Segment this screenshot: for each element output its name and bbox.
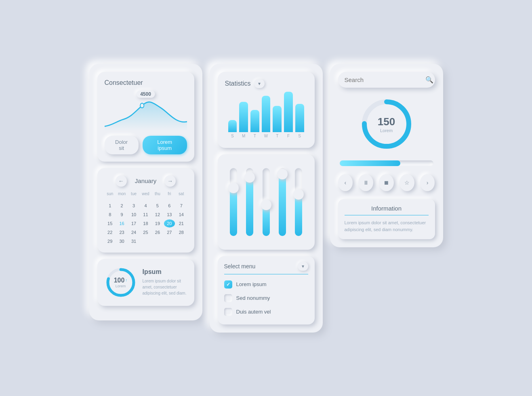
cal-day[interactable]: 30 [116, 237, 127, 245]
cal-prev-button[interactable]: ← [116, 175, 127, 187]
cal-day[interactable]: 25 [140, 228, 151, 236]
bar-col: S [228, 120, 237, 138]
cal-day [140, 198, 151, 201]
cal-day[interactable]: 13 [164, 211, 175, 219]
cal-day[interactable]: 6 [164, 202, 175, 210]
large-gauge-center: 150 Lorem [378, 115, 395, 133]
cal-day[interactable]: 23 [116, 228, 127, 236]
menu-item-label: Lorem ipsum [236, 281, 267, 287]
next-button[interactable]: › [420, 174, 435, 191]
cal-day[interactable]: 1 [105, 202, 116, 210]
cal-day [116, 198, 127, 201]
lorem-ipsum-button[interactable]: Lorem ipsum [143, 136, 187, 154]
bar [250, 110, 259, 132]
ipsum-text-block: Ipsum Lorem ipsum dolor sit amet, consec… [143, 268, 187, 296]
cal-day[interactable]: 24 [128, 228, 139, 236]
prev-button[interactable]: ‹ [338, 174, 353, 191]
cal-day-name: fri [164, 191, 175, 197]
menu-item[interactable]: Duis autem vel [224, 305, 308, 319]
cal-day[interactable]: 17 [128, 219, 139, 227]
cal-day[interactable]: 31 [128, 237, 139, 245]
cal-day[interactable]: 22 [105, 228, 116, 236]
gauge-row: 100 ↑ Lorem Ipsum Lorem ipsum dolor sit … [105, 266, 187, 299]
v-slider-track[interactable] [279, 168, 286, 236]
v-slider-fill [246, 178, 253, 236]
cal-day[interactable]: 15 [105, 219, 116, 227]
progress-wrap [338, 160, 435, 166]
cal-day[interactable]: 29 [105, 237, 116, 245]
cal-day[interactable]: 9 [116, 211, 127, 219]
cal-day[interactable]: 2 [116, 202, 127, 210]
v-slider-track[interactable] [246, 168, 253, 236]
menu-checkbox[interactable] [224, 308, 232, 316]
cal-day-name: mon [116, 191, 127, 197]
cal-day [105, 198, 116, 201]
small-gauge-center: 100 ↑ Lorem [114, 277, 128, 288]
cal-day[interactable]: 11 [140, 211, 151, 219]
panel-2: Statistics ▾ SMTWTFS Select menu ▾ ✓Lore… [210, 64, 323, 333]
cal-day[interactable]: 28 [176, 228, 187, 236]
info-card: Information Lorem ipsum dolor sit amet, … [338, 199, 435, 239]
select-menu-dropdown-button[interactable]: ▾ [298, 262, 308, 271]
cal-day[interactable]: 4 [140, 202, 151, 210]
stats-dropdown-button[interactable]: ▾ [254, 79, 265, 88]
cal-day[interactable]: 20 [164, 219, 175, 227]
bar-label: M [242, 134, 245, 138]
v-slider-fill [279, 175, 286, 236]
pause-button[interactable]: ⏸ [358, 174, 373, 191]
cal-day[interactable]: 18 [140, 219, 151, 227]
progress-fill [340, 160, 401, 166]
calendar-header: ← January → [105, 175, 187, 187]
menu-item[interactable]: Sed nonummy [224, 291, 308, 305]
cal-next-button[interactable]: → [164, 175, 176, 187]
search-input[interactable] [345, 76, 421, 83]
v-slider-wrap [293, 168, 304, 236]
panel-1: Consectetuer 4500 Dolor sit [89, 64, 202, 320]
small-gauge: 100 ↑ Lorem [105, 266, 137, 299]
cal-day[interactable]: 12 [152, 211, 163, 219]
v-slider-thumb[interactable] [277, 169, 288, 179]
v-slider-thumb[interactable] [293, 189, 304, 200]
bar [239, 102, 248, 132]
bar-col: F [284, 92, 293, 138]
cal-day[interactable]: 21 [176, 219, 187, 227]
small-gauge-arrow: ↑ [125, 278, 127, 282]
v-slider-track[interactable] [263, 168, 270, 236]
v-slider-thumb[interactable] [228, 183, 239, 193]
bar [262, 96, 271, 132]
v-slider-thumb[interactable] [261, 200, 271, 210]
menu-checkbox[interactable]: ✓ [224, 280, 232, 289]
stop-button[interactable]: ⏹ [379, 174, 394, 191]
menu-item-label: Duis autem vel [236, 309, 271, 315]
v-slider-fill [230, 188, 237, 236]
bar-label: T [254, 134, 256, 138]
bar-col: W [262, 96, 271, 138]
cal-day[interactable]: 3 [128, 202, 139, 210]
cal-day[interactable]: 7 [176, 202, 187, 210]
cal-day[interactable]: 19 [152, 219, 163, 227]
search-icon: 🔍 [425, 76, 433, 84]
calendar-grid: sunmontuewedthufrisat1234567891011121314… [105, 191, 187, 245]
main-container: Consectetuer 4500 Dolor sit [89, 64, 443, 333]
menu-checkbox[interactable] [224, 294, 232, 302]
cal-day[interactable]: 10 [128, 211, 139, 219]
cal-day[interactable]: 27 [164, 228, 175, 236]
menu-item[interactable]: ✓Lorem ipsum [224, 278, 308, 291]
cal-day[interactable]: 14 [176, 211, 187, 219]
cal-day[interactable]: 26 [152, 228, 163, 236]
cal-day [164, 198, 175, 201]
dolor-sit-button[interactable]: Dolor sit [105, 136, 139, 154]
cal-day[interactable]: 8 [105, 211, 116, 219]
v-slider-track[interactable] [230, 168, 237, 236]
bar [228, 120, 237, 132]
star-button[interactable]: ☆ [400, 174, 414, 191]
info-divider [345, 215, 429, 215]
cal-day[interactable]: 16 [116, 219, 127, 227]
v-slider-track[interactable] [295, 168, 302, 236]
ipsum-text: Lorem ipsum dolor sit amet, consectetuer… [143, 278, 187, 296]
info-title: Information [345, 205, 429, 212]
v-slider-thumb[interactable] [244, 172, 255, 183]
search-bar: 🔍 [338, 72, 435, 88]
small-gauge-value: 100 [114, 277, 125, 284]
cal-day[interactable]: 5 [152, 202, 163, 210]
